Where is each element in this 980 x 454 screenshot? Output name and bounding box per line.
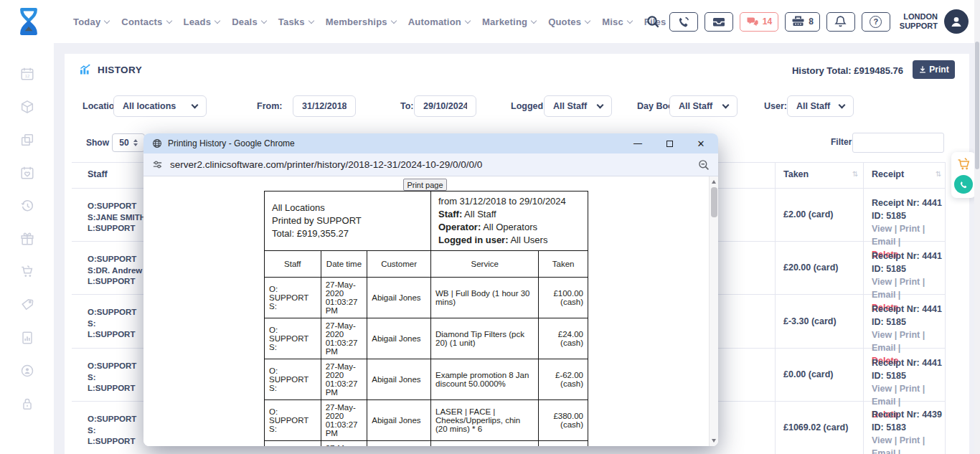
view-link[interactable]: View: [872, 435, 892, 445]
svg-text:12: 12: [24, 74, 29, 78]
print-link[interactable]: Print: [900, 224, 920, 234]
email-link[interactable]: Email: [872, 397, 895, 407]
nav-leads[interactable]: Leads: [184, 16, 220, 27]
printing-history-window[interactable]: Printing History - Google Chrome — ✕ ser…: [143, 133, 718, 446]
page-title: HISTORY: [98, 65, 142, 75]
column-header-taken[interactable]: Taken: [783, 169, 809, 179]
email-link[interactable]: Email: [872, 343, 895, 353]
products-cube-icon[interactable]: [19, 99, 35, 115]
scrollbar-thumb[interactable]: [711, 187, 717, 217]
table-row-taken: £0.00 (card): [783, 348, 855, 401]
chat-bubbles-icon: [746, 16, 759, 27]
price-tag-icon[interactable]: [19, 297, 35, 313]
bar-chart-icon: [79, 63, 93, 75]
inbox-button[interactable]: [705, 12, 733, 32]
show-label: Show: [86, 138, 109, 148]
scroll-down-icon[interactable]: [712, 439, 716, 443]
nav-deals[interactable]: Deals: [232, 16, 266, 27]
print-link[interactable]: Print: [900, 384, 920, 394]
day-book-select[interactable]: All Staff: [669, 95, 738, 117]
print-link[interactable]: Print: [900, 277, 920, 287]
report-chart-icon[interactable]: [19, 330, 35, 346]
address-bar[interactable]: server2.clinicsoftware.com/printer/histo…: [143, 153, 718, 176]
email-link[interactable]: Email: [872, 290, 895, 300]
url-text[interactable]: server2.clinicsoftware.com/printer/histo…: [170, 159, 482, 170]
nav-quotes[interactable]: Quotes: [548, 16, 590, 27]
account-target-icon[interactable]: [19, 363, 35, 379]
person-icon: [948, 14, 964, 29]
cart-icon[interactable]: [19, 264, 35, 280]
user-avatar[interactable]: [944, 9, 969, 34]
nav-tasks[interactable]: Tasks: [278, 16, 314, 27]
copy-layers-icon[interactable]: [19, 132, 35, 148]
table-border: [863, 162, 864, 454]
column-header-receipt[interactable]: Receipt: [872, 169, 904, 179]
print-page-button[interactable]: Print page: [403, 179, 447, 191]
topbar-tools: 14 8 ? LONDON SUPPORT: [646, 0, 969, 43]
show-count-select[interactable]: 50: [112, 133, 145, 152]
sort-icon[interactable]: ⇅: [852, 170, 858, 178]
popup-scrollbar[interactable]: [709, 176, 718, 446]
bell-icon: [834, 15, 847, 28]
calendar-icon[interactable]: 12: [19, 66, 35, 82]
scroll-up-icon[interactable]: [712, 180, 716, 184]
history-clock-icon[interactable]: [19, 198, 35, 214]
clinicsoftware-logo-icon[interactable]: [16, 5, 42, 38]
location-select[interactable]: All locations: [113, 95, 207, 117]
close-button[interactable]: ✕: [694, 133, 708, 153]
cart-quick-icon[interactable]: [956, 157, 971, 171]
phone-button[interactable]: [669, 12, 698, 32]
print-button[interactable]: Print: [913, 60, 955, 79]
chevron-down-icon: [215, 17, 220, 23]
sort-icon[interactable]: ⇅: [936, 170, 941, 178]
phone-icon: [677, 16, 689, 28]
maximize-button[interactable]: [662, 133, 677, 153]
user-select[interactable]: All Staff: [787, 95, 854, 117]
lock-icon[interactable]: [19, 396, 35, 412]
view-link[interactable]: View: [872, 277, 892, 287]
print-preview-content: Print page All Locations Printed by SUPP…: [143, 176, 718, 446]
print-link[interactable]: Print: [900, 330, 920, 340]
chevron-down-icon: [192, 101, 199, 108]
register-button[interactable]: 8: [785, 12, 820, 32]
chevron-down-icon: [585, 17, 590, 23]
chat-count-badge: 14: [763, 16, 772, 27]
booking-calendar-heart-icon[interactable]: [19, 165, 35, 181]
nav-today[interactable]: Today: [73, 16, 109, 27]
gift-icon[interactable]: [19, 231, 35, 247]
chevron-down-icon: [166, 17, 171, 23]
nav-contacts[interactable]: Contacts: [121, 16, 171, 27]
from-label: From:: [257, 101, 282, 111]
chat-button[interactable]: 14: [740, 12, 778, 32]
view-link[interactable]: View: [872, 384, 892, 394]
from-date-input[interactable]: [293, 95, 356, 117]
call-quick-button[interactable]: [954, 175, 973, 194]
zoom-out-icon[interactable]: [698, 159, 710, 171]
scrollbar-thumb[interactable]: [975, 42, 979, 169]
filter-input[interactable]: [852, 133, 944, 153]
nav-automation[interactable]: Automation: [408, 16, 470, 27]
email-link[interactable]: Email: [872, 237, 895, 247]
site-settings-icon[interactable]: [152, 159, 163, 170]
window-title-bar[interactable]: Printing History - Google Chrome — ✕: [143, 133, 718, 153]
page-scrollbar[interactable]: [974, 0, 980, 454]
view-link[interactable]: View: [872, 224, 892, 234]
email-link[interactable]: Email: [872, 448, 895, 454]
nav-marketing[interactable]: Marketing: [482, 16, 536, 27]
print-link[interactable]: Print: [900, 435, 920, 445]
view-link[interactable]: View: [872, 330, 892, 340]
nav-memberships[interactable]: Memberships: [326, 16, 396, 27]
globe-icon: [152, 138, 162, 148]
question-icon: ?: [870, 16, 882, 28]
notifications-button[interactable]: [826, 12, 855, 32]
chevron-down-icon: [531, 17, 537, 23]
help-button[interactable]: ?: [862, 12, 890, 32]
preview-row: O: SUPPORT S: 27-May-2020 01:03:27 PM Ab…: [265, 318, 588, 359]
column-header-staff[interactable]: Staff: [88, 169, 108, 179]
table-row-taken: £1069.02 (card): [783, 401, 855, 454]
minimize-button[interactable]: —: [631, 133, 645, 153]
logged-in-select[interactable]: All Staff: [544, 95, 612, 117]
search-icon[interactable]: [646, 15, 660, 29]
nav-misc[interactable]: Misc: [602, 16, 632, 27]
to-date-input[interactable]: [414, 95, 476, 117]
